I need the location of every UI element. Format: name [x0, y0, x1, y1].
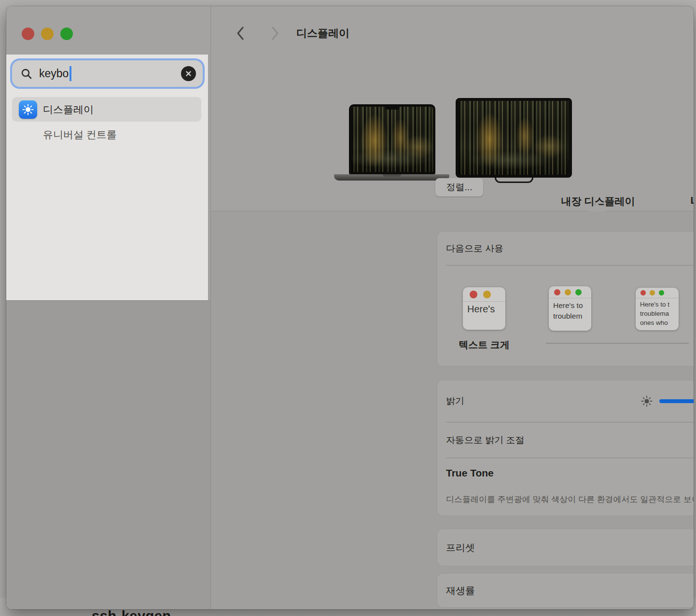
search-query-text: keybo — [39, 67, 69, 80]
preset-row: 프리셋 Apple XDR Display (P3-1600 nits) — [437, 529, 694, 566]
scale-option-2[interactable]: Here's to troublem — [549, 286, 591, 331]
screen: ssh-keygen keybo — [0, 0, 696, 616]
system-settings-window: keybo — [6, 6, 694, 609]
tile-preview-text: troublema — [640, 309, 679, 319]
builtin-display-preview[interactable] — [349, 104, 435, 174]
refresh-rate-card: 재생률 ProMotion — [437, 574, 694, 607]
brightness-card: 밝기 — [437, 380, 694, 516]
tile-traffic-yellow — [483, 291, 491, 298]
background-terminal-text: ssh-keygen — [92, 608, 171, 616]
x-icon — [185, 70, 192, 77]
search-icon — [21, 68, 32, 80]
tile-traffic-red — [640, 290, 646, 295]
wallpaper-thumbnail — [351, 107, 433, 172]
search-results-panel: keybo — [6, 55, 208, 300]
tile-traffic-red — [554, 289, 560, 295]
refresh-rate-label: 재생률 — [446, 584, 475, 597]
sidebar-lower-area — [6, 300, 210, 609]
tile-traffic-green — [575, 289, 582, 295]
clear-search-button[interactable] — [181, 66, 196, 81]
external-display-label: LG HDR 4K — [660, 195, 694, 206]
brightness-row: 밝기 — [437, 380, 694, 422]
arrange-button[interactable]: 정렬... — [435, 178, 483, 196]
window-controls — [22, 28, 73, 40]
true-tone-row: True Tone 디스플레이를 주변광에 맞춰 색상이 다른 환경에서도 일관… — [437, 458, 694, 516]
section-divider — [211, 211, 694, 211]
preset-label: 프리셋 — [446, 541, 475, 554]
minimize-button[interactable] — [41, 28, 54, 40]
tile-traffic-yellow — [565, 289, 571, 295]
tile-preview-text: Here's — [467, 304, 505, 315]
divider — [446, 265, 694, 266]
tile-preview-text: Here's to — [553, 300, 591, 311]
zoom-button[interactable] — [60, 28, 73, 40]
scale-option-3[interactable]: Here's to t troublema ones who — [636, 288, 679, 330]
tile-preview-text: Here's to t — [640, 300, 679, 309]
scale-label-larger-text: 텍스트 크게 — [441, 338, 528, 351]
scale-option-larger-text[interactable]: Here's — [463, 287, 505, 330]
true-tone-description: 디스플레이를 주변광에 맞춰 색상이 다른 환경에서도 일관적으로 보이도록 자… — [446, 493, 694, 506]
preset-card: 프리셋 Apple XDR Display (P3-1600 nits) — [437, 529, 694, 566]
brightness-slider[interactable] — [659, 399, 694, 403]
back-button[interactable] — [233, 26, 248, 41]
forward-button[interactable] — [268, 26, 282, 41]
true-tone-label: True Tone — [446, 467, 494, 479]
tile-traffic-yellow — [650, 290, 655, 295]
external-display-preview[interactable] — [456, 98, 572, 178]
laptop-notch — [385, 107, 400, 110]
content-pane: 디스플레이 내장 디스플레이 LG HDR 4K 정렬... 다음으로 사용 — [211, 6, 694, 609]
display-brightness-icon — [19, 100, 37, 119]
use-as-label: 다음으로 사용 — [446, 242, 503, 255]
close-button[interactable] — [22, 28, 34, 40]
tile-preview-text: troublem — [553, 311, 591, 322]
laptop-base — [334, 174, 449, 181]
refresh-rate-row: 재생률 ProMotion — [437, 574, 694, 607]
chevron-left-icon — [236, 26, 245, 41]
use-as-row: 다음으로 사용 메인 디스플레이 — [437, 232, 694, 265]
scale-connector-line — [546, 343, 689, 344]
brightness-low-icon — [641, 395, 653, 407]
auto-brightness-label: 자동으로 밝기 조절 — [446, 434, 525, 447]
brightness-label: 밝기 — [446, 395, 464, 407]
result-label: 디스플레이 — [43, 103, 94, 116]
result-label: 유니버설 컨트롤 — [43, 128, 117, 141]
monitor-stand — [495, 178, 533, 183]
tile-preview-text: ones who — [640, 319, 679, 328]
tile-traffic-red — [470, 291, 477, 298]
tile-traffic-green — [659, 290, 664, 295]
search-result-universal-control[interactable]: 유니버설 컨트롤 — [12, 122, 201, 147]
wallpaper-thumbnail — [459, 101, 569, 175]
brightness-slider-fill — [659, 399, 694, 403]
sidebar: keybo — [6, 6, 211, 609]
text-caret — [70, 66, 71, 81]
auto-brightness-row: 자동으로 밝기 조절 — [437, 422, 694, 458]
page-title: 디스플레이 — [296, 26, 349, 41]
chevron-right-icon — [271, 26, 279, 41]
search-result-displays[interactable]: 디스플레이 — [12, 97, 201, 122]
search-input[interactable]: keybo — [12, 60, 203, 87]
